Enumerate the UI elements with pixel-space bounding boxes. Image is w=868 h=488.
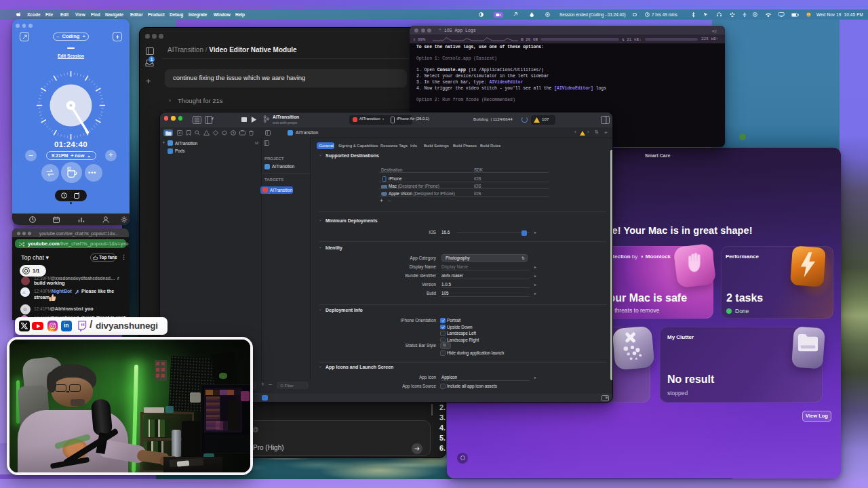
svg-text:(((: ((( [67, 166, 71, 170]
